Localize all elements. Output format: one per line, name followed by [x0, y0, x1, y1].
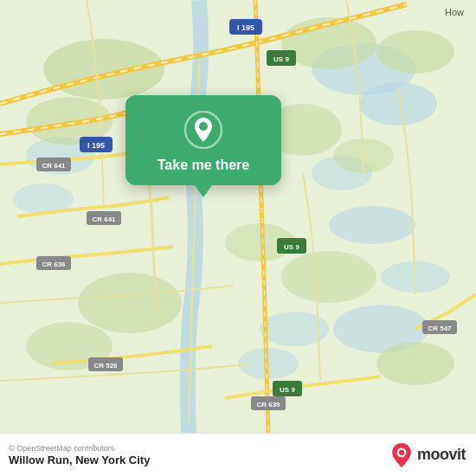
- moovit-logo: moovit: [389, 443, 466, 467]
- moovit-pin-icon: [389, 443, 414, 467]
- bottom-left: © OpenStreetMap contributors Willow Run,…: [9, 444, 150, 466]
- location-name: Willow Run, New York City: [9, 453, 150, 466]
- svg-text:CR 639: CR 639: [256, 401, 280, 408]
- location-pin-icon: [184, 111, 222, 149]
- popup-label: Take me there: [158, 158, 249, 173]
- map-svg: I 195 I 195 US 9 US 9 US 9 CR 641 CR 641…: [0, 0, 476, 433]
- svg-point-4: [329, 206, 415, 244]
- bottom-bar: © OpenStreetMap contributors Willow Run,…: [0, 433, 476, 476]
- attribution-text: © OpenStreetMap contributors: [9, 444, 150, 453]
- svg-text:How: How: [445, 7, 464, 17]
- svg-point-11: [43, 39, 164, 100]
- svg-text:CR 547: CR 547: [428, 325, 452, 332]
- svg-text:I 195: I 195: [237, 23, 254, 32]
- svg-text:US 9: US 9: [273, 55, 289, 63]
- svg-text:US 9: US 9: [280, 386, 295, 394]
- svg-text:US 9: US 9: [284, 243, 299, 251]
- svg-point-46: [199, 122, 208, 131]
- svg-text:CR 641: CR 641: [92, 215, 116, 223]
- map-container: I 195 I 195 US 9 US 9 US 9 CR 641 CR 641…: [0, 0, 476, 433]
- moovit-text: moovit: [417, 446, 466, 464]
- svg-point-20: [376, 342, 454, 385]
- svg-text:CR 641: CR 641: [42, 162, 66, 170]
- svg-point-19: [281, 251, 376, 303]
- svg-text:I 195: I 195: [87, 141, 105, 150]
- svg-text:CR 636: CR 636: [42, 261, 66, 268]
- svg-point-14: [376, 30, 454, 74]
- svg-text:CR 526: CR 526: [93, 362, 118, 370]
- svg-point-48: [399, 449, 404, 454]
- popup-card[interactable]: Take me there: [125, 95, 281, 185]
- svg-point-17: [78, 273, 182, 333]
